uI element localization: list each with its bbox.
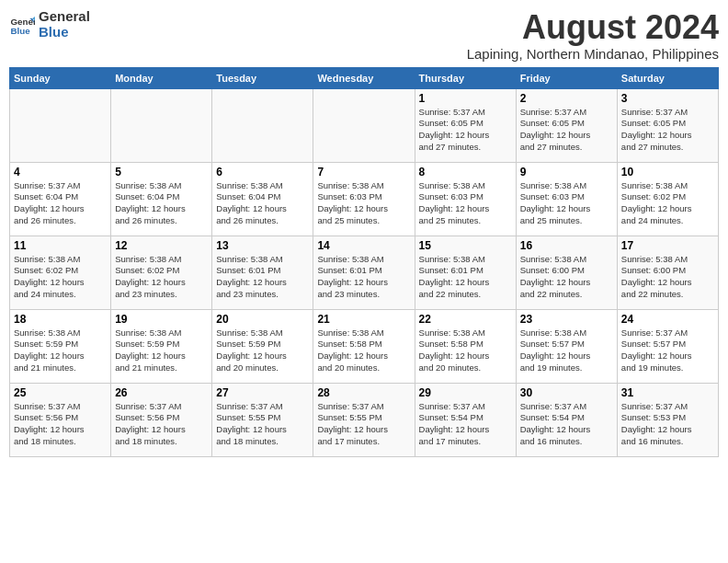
calendar-cell: 18Sunrise: 5:38 AM Sunset: 5:59 PM Dayli… <box>10 309 111 383</box>
calendar-cell: 9Sunrise: 5:38 AM Sunset: 6:03 PM Daylig… <box>516 162 617 236</box>
day-number: 1 <box>419 92 512 105</box>
calendar-cell: 23Sunrise: 5:38 AM Sunset: 5:57 PM Dayli… <box>516 309 617 383</box>
day-number: 17 <box>621 239 714 252</box>
day-info: Sunrise: 5:37 AM Sunset: 5:55 PM Dayligh… <box>317 401 410 448</box>
day-number: 4 <box>14 166 107 178</box>
header-day-monday: Monday <box>111 67 212 88</box>
calendar-cell: 19Sunrise: 5:38 AM Sunset: 5:59 PM Dayli… <box>111 309 212 383</box>
day-number: 28 <box>317 386 410 399</box>
day-info: Sunrise: 5:37 AM Sunset: 5:56 PM Dayligh… <box>115 401 208 448</box>
calendar-cell: 12Sunrise: 5:38 AM Sunset: 6:02 PM Dayli… <box>111 236 212 309</box>
logo: General Blue General Blue <box>9 9 90 40</box>
calendar-cell: 24Sunrise: 5:37 AM Sunset: 5:57 PM Dayli… <box>617 309 718 383</box>
svg-text:Blue: Blue <box>10 25 30 35</box>
calendar-cell: 25Sunrise: 5:37 AM Sunset: 5:56 PM Dayli… <box>10 383 111 456</box>
day-info: Sunrise: 5:38 AM Sunset: 5:59 PM Dayligh… <box>115 327 208 374</box>
calendar-cell: 29Sunrise: 5:37 AM Sunset: 5:54 PM Dayli… <box>415 383 516 456</box>
calendar-cell: 11Sunrise: 5:38 AM Sunset: 6:02 PM Dayli… <box>10 236 111 309</box>
logo-text-general: General <box>39 9 90 25</box>
day-number: 7 <box>317 166 410 178</box>
calendar-cell: 21Sunrise: 5:38 AM Sunset: 5:58 PM Dayli… <box>313 309 415 383</box>
day-number: 22 <box>419 313 512 326</box>
calendar-cell: 1Sunrise: 5:37 AM Sunset: 6:05 PM Daylig… <box>415 88 516 162</box>
calendar-cell: 13Sunrise: 5:38 AM Sunset: 6:01 PM Dayli… <box>212 236 313 309</box>
calendar-body: 1Sunrise: 5:37 AM Sunset: 6:05 PM Daylig… <box>10 88 719 456</box>
day-number: 2 <box>520 92 613 105</box>
day-info: Sunrise: 5:38 AM Sunset: 5:57 PM Dayligh… <box>520 327 613 374</box>
calendar-cell: 10Sunrise: 5:38 AM Sunset: 6:02 PM Dayli… <box>617 162 718 236</box>
calendar-cell <box>212 88 313 162</box>
day-number: 30 <box>520 386 613 399</box>
week-row-1: 1Sunrise: 5:37 AM Sunset: 6:05 PM Daylig… <box>10 88 719 162</box>
day-info: Sunrise: 5:38 AM Sunset: 6:04 PM Dayligh… <box>216 180 309 227</box>
header-row: SundayMondayTuesdayWednesdayThursdayFrid… <box>10 67 719 88</box>
day-info: Sunrise: 5:37 AM Sunset: 5:54 PM Dayligh… <box>520 401 613 448</box>
page-header: General Blue General Blue August 2024 La… <box>9 9 719 62</box>
day-number: 8 <box>419 166 512 178</box>
day-info: Sunrise: 5:38 AM Sunset: 6:01 PM Dayligh… <box>317 254 410 301</box>
day-info: Sunrise: 5:37 AM Sunset: 6:05 PM Dayligh… <box>520 107 613 154</box>
day-number: 19 <box>115 313 208 326</box>
day-number: 14 <box>317 239 410 252</box>
day-info: Sunrise: 5:37 AM Sunset: 5:54 PM Dayligh… <box>419 401 512 448</box>
calendar-cell: 17Sunrise: 5:38 AM Sunset: 6:00 PM Dayli… <box>617 236 718 309</box>
day-number: 26 <box>115 386 208 399</box>
day-number: 18 <box>14 313 107 326</box>
month-year: August 2024 <box>467 9 719 46</box>
header-day-friday: Friday <box>516 67 617 88</box>
day-number: 9 <box>520 166 613 178</box>
calendar-cell <box>10 88 111 162</box>
day-number: 23 <box>520 313 613 326</box>
day-info: Sunrise: 5:37 AM Sunset: 5:57 PM Dayligh… <box>621 327 714 374</box>
day-info: Sunrise: 5:38 AM Sunset: 6:00 PM Dayligh… <box>621 254 714 301</box>
day-info: Sunrise: 5:38 AM Sunset: 6:03 PM Dayligh… <box>317 180 410 227</box>
title-block: August 2024 Lapining, Northern Mindanao,… <box>467 9 719 62</box>
day-number: 24 <box>621 313 714 326</box>
day-number: 5 <box>115 166 208 178</box>
calendar-cell: 31Sunrise: 5:37 AM Sunset: 5:53 PM Dayli… <box>617 383 718 456</box>
calendar-cell: 5Sunrise: 5:38 AM Sunset: 6:04 PM Daylig… <box>111 162 212 236</box>
day-info: Sunrise: 5:38 AM Sunset: 5:59 PM Dayligh… <box>14 327 107 374</box>
day-info: Sunrise: 5:38 AM Sunset: 6:02 PM Dayligh… <box>115 254 208 301</box>
calendar-cell: 7Sunrise: 5:38 AM Sunset: 6:03 PM Daylig… <box>313 162 415 236</box>
calendar-cell: 26Sunrise: 5:37 AM Sunset: 5:56 PM Dayli… <box>111 383 212 456</box>
day-info: Sunrise: 5:38 AM Sunset: 6:02 PM Dayligh… <box>621 180 714 227</box>
calendar-cell: 30Sunrise: 5:37 AM Sunset: 5:54 PM Dayli… <box>516 383 617 456</box>
calendar-cell: 2Sunrise: 5:37 AM Sunset: 6:05 PM Daylig… <box>516 88 617 162</box>
day-info: Sunrise: 5:37 AM Sunset: 6:04 PM Dayligh… <box>14 180 107 227</box>
calendar-cell: 20Sunrise: 5:38 AM Sunset: 5:59 PM Dayli… <box>212 309 313 383</box>
calendar-cell: 3Sunrise: 5:37 AM Sunset: 6:05 PM Daylig… <box>617 88 718 162</box>
day-info: Sunrise: 5:38 AM Sunset: 6:00 PM Dayligh… <box>520 254 613 301</box>
calendar-cell: 22Sunrise: 5:38 AM Sunset: 5:58 PM Dayli… <box>415 309 516 383</box>
day-number: 20 <box>216 313 309 326</box>
calendar-cell: 15Sunrise: 5:38 AM Sunset: 6:01 PM Dayli… <box>415 236 516 309</box>
logo-text-blue: Blue <box>39 25 90 40</box>
day-info: Sunrise: 5:38 AM Sunset: 6:04 PM Dayligh… <box>115 180 208 227</box>
week-row-3: 11Sunrise: 5:38 AM Sunset: 6:02 PM Dayli… <box>10 236 719 309</box>
logo-icon: General Blue <box>9 12 35 38</box>
calendar-cell: 8Sunrise: 5:38 AM Sunset: 6:03 PM Daylig… <box>415 162 516 236</box>
day-info: Sunrise: 5:38 AM Sunset: 6:03 PM Dayligh… <box>520 180 613 227</box>
day-info: Sunrise: 5:38 AM Sunset: 5:58 PM Dayligh… <box>419 327 512 374</box>
day-info: Sunrise: 5:38 AM Sunset: 5:58 PM Dayligh… <box>317 327 410 374</box>
day-number: 10 <box>621 166 714 178</box>
day-info: Sunrise: 5:37 AM Sunset: 5:56 PM Dayligh… <box>14 401 107 448</box>
day-number: 16 <box>520 239 613 252</box>
day-info: Sunrise: 5:37 AM Sunset: 6:05 PM Dayligh… <box>419 107 512 154</box>
day-info: Sunrise: 5:38 AM Sunset: 6:01 PM Dayligh… <box>216 254 309 301</box>
day-number: 12 <box>115 239 208 252</box>
week-row-2: 4Sunrise: 5:37 AM Sunset: 6:04 PM Daylig… <box>10 162 719 236</box>
calendar-cell <box>111 88 212 162</box>
day-number: 21 <box>317 313 410 326</box>
week-row-5: 25Sunrise: 5:37 AM Sunset: 5:56 PM Dayli… <box>10 383 719 456</box>
calendar-cell: 6Sunrise: 5:38 AM Sunset: 6:04 PM Daylig… <box>212 162 313 236</box>
day-number: 29 <box>419 386 512 399</box>
day-number: 31 <box>621 386 714 399</box>
header-day-thursday: Thursday <box>415 67 516 88</box>
calendar-cell: 27Sunrise: 5:37 AM Sunset: 5:55 PM Dayli… <box>212 383 313 456</box>
calendar-cell: 14Sunrise: 5:38 AM Sunset: 6:01 PM Dayli… <box>313 236 415 309</box>
header-day-saturday: Saturday <box>617 67 718 88</box>
day-info: Sunrise: 5:38 AM Sunset: 6:02 PM Dayligh… <box>14 254 107 301</box>
day-info: Sunrise: 5:37 AM Sunset: 5:55 PM Dayligh… <box>216 401 309 448</box>
day-info: Sunrise: 5:38 AM Sunset: 6:03 PM Dayligh… <box>419 180 512 227</box>
